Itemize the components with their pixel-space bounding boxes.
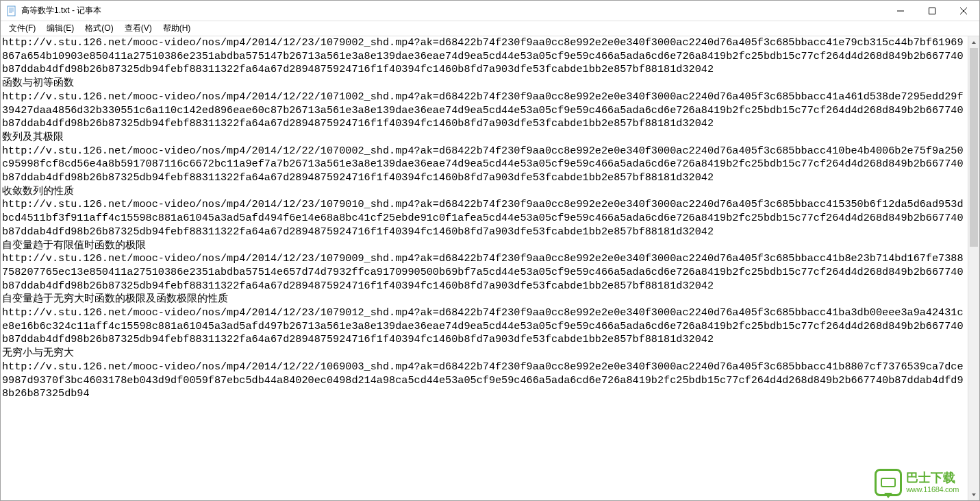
- menu-edit[interactable]: 编辑(E): [41, 21, 79, 36]
- close-button[interactable]: [948, 1, 979, 21]
- window-title: 高等数学1.txt - 记事本: [21, 5, 885, 16]
- vertical-scrollbar[interactable]: [968, 36, 979, 500]
- scroll-track[interactable]: [968, 48, 979, 489]
- scroll-down-button[interactable]: [968, 489, 979, 500]
- watermark-text: 巴士下载 www.11684.com: [906, 472, 959, 493]
- svg-marker-10: [972, 493, 976, 496]
- scroll-thumb[interactable]: [970, 48, 978, 247]
- watermark-cn: 巴士下载: [906, 472, 959, 485]
- watermark: 巴士下载 www.11684.com: [875, 469, 959, 496]
- notepad-window: 高等数学1.txt - 记事本 文件(F) 编辑(E) 格式(O) 查看(V) …: [0, 0, 980, 501]
- menu-file[interactable]: 文件(F): [3, 21, 41, 36]
- minimize-button[interactable]: [885, 1, 916, 21]
- text-editor[interactable]: http://v.stu.126.net/mooc-video/nos/mp4/…: [1, 36, 968, 500]
- svg-rect-6: [929, 8, 935, 14]
- menu-help[interactable]: 帮助(H): [158, 21, 197, 36]
- svg-marker-9: [972, 41, 976, 44]
- scroll-up-button[interactable]: [968, 36, 979, 48]
- maximize-button[interactable]: [916, 1, 948, 21]
- watermark-url: www.11684.com: [906, 485, 959, 493]
- notepad-icon: [6, 5, 17, 16]
- menubar: 文件(F) 编辑(E) 格式(O) 查看(V) 帮助(H): [1, 21, 979, 36]
- menu-format[interactable]: 格式(O): [79, 21, 118, 36]
- window-controls: [885, 1, 979, 21]
- watermark-logo-icon: [875, 469, 902, 496]
- titlebar: 高等数学1.txt - 记事本: [1, 1, 979, 21]
- menu-view[interactable]: 查看(V): [119, 21, 158, 36]
- content-wrapper: http://v.stu.126.net/mooc-video/nos/mp4/…: [1, 36, 979, 500]
